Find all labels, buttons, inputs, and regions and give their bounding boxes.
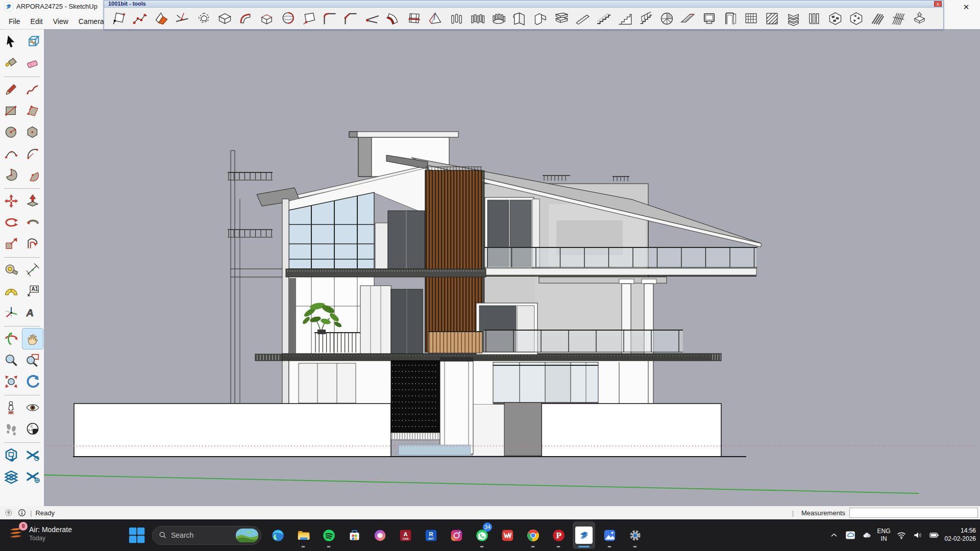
settings-taskbar-icon[interactable] bbox=[624, 521, 646, 549]
menu-file[interactable]: File bbox=[4, 15, 25, 28]
1001bit-flip-face-icon[interactable] bbox=[153, 9, 171, 29]
1001bit-hatch-panel-icon[interactable] bbox=[763, 9, 781, 29]
menu-edit[interactable]: Edit bbox=[26, 15, 47, 28]
1001bit-window-frame-icon[interactable] bbox=[700, 9, 718, 29]
1001bit-chamfer-corner-icon[interactable] bbox=[342, 9, 360, 29]
battery-icon[interactable] bbox=[928, 530, 940, 541]
move-tool-icon[interactable] bbox=[1, 191, 21, 211]
rotated-rectangle-tool-icon[interactable] bbox=[22, 101, 43, 121]
viewport-3d[interactable] bbox=[44, 29, 980, 506]
cleanup-plugin-tool-icon[interactable] bbox=[22, 466, 43, 487]
orbit-tool-icon[interactable] bbox=[1, 329, 21, 349]
edge-taskbar-icon[interactable] bbox=[266, 521, 289, 549]
1001bit-push-face-icon[interactable] bbox=[215, 9, 234, 29]
autocad-taskbar-icon[interactable]: ACAD bbox=[394, 521, 416, 549]
start-button[interactable] bbox=[127, 525, 147, 545]
1001bit-baluster-array-icon[interactable] bbox=[468, 9, 486, 29]
select-tool-icon[interactable] bbox=[1, 32, 21, 52]
make-component-tool-icon[interactable] bbox=[22, 32, 43, 52]
text-tool-icon[interactable]: A1 bbox=[22, 281, 43, 302]
1001bit-stair-railing-icon[interactable] bbox=[636, 9, 655, 29]
1001bit-rotate-face-icon[interactable] bbox=[300, 9, 318, 29]
info-icon[interactable] bbox=[17, 508, 27, 517]
volume-icon[interactable] bbox=[912, 530, 923, 541]
1001bit-fillet-corner-icon[interactable] bbox=[321, 9, 339, 29]
weld-plugin-tool-icon[interactable] bbox=[22, 445, 43, 465]
1001bit-measure-angle-icon[interactable] bbox=[363, 9, 381, 29]
tape-measure-tool-icon[interactable] bbox=[1, 260, 21, 280]
1001bit-door-frame-icon[interactable] bbox=[721, 9, 739, 29]
1001bit-flat-stair-icon[interactable] bbox=[595, 9, 613, 29]
clock[interactable]: 14:56 02-02-2026 bbox=[945, 527, 976, 543]
window-close-button[interactable]: ✕ bbox=[958, 1, 975, 13]
1001bit-extend-edges-icon[interactable] bbox=[174, 9, 192, 29]
1001bit-post-array-icon[interactable] bbox=[447, 9, 465, 29]
component-plugin-tool-icon[interactable] bbox=[1, 445, 21, 465]
1001bit-pyramid-roof-icon[interactable] bbox=[426, 9, 445, 29]
zoom-extents-tool-icon[interactable] bbox=[1, 371, 21, 392]
wps-office-taskbar-icon[interactable] bbox=[496, 521, 519, 549]
1001bit-battens-icon[interactable] bbox=[889, 9, 908, 29]
layers-plugin-tool-icon[interactable] bbox=[1, 466, 21, 487]
1001bit-panel-pattern-b-icon[interactable] bbox=[847, 9, 866, 29]
chrome-taskbar-icon[interactable] bbox=[522, 521, 544, 549]
pie-tool-icon[interactable] bbox=[1, 165, 21, 185]
1001bit-circular-posts-icon[interactable] bbox=[489, 9, 508, 29]
dimension-tool-icon[interactable] bbox=[22, 260, 43, 280]
instagram-taskbar-icon[interactable] bbox=[445, 521, 468, 549]
1001bit-rafters-icon[interactable] bbox=[868, 9, 887, 29]
pie-2-tool-icon[interactable] bbox=[22, 165, 43, 185]
rectangle-tool-icon[interactable] bbox=[1, 101, 21, 121]
onedrive-icon[interactable] bbox=[845, 530, 856, 541]
1001bit-offset-polygon-icon[interactable] bbox=[194, 9, 213, 29]
protractor-tool-icon[interactable] bbox=[1, 281, 21, 302]
file-explorer-taskbar-icon[interactable] bbox=[292, 521, 314, 549]
search-box[interactable]: Search bbox=[152, 526, 261, 545]
1001bit-dome-icon[interactable] bbox=[279, 9, 297, 29]
follow-me-tool-icon[interactable] bbox=[22, 212, 43, 233]
zoom-tool-icon[interactable] bbox=[1, 350, 21, 370]
axes-tool-icon[interactable] bbox=[1, 303, 21, 323]
geolocation-icon[interactable] bbox=[4, 508, 13, 517]
1001bit-staircase-icon[interactable] bbox=[616, 9, 634, 29]
language-indicator[interactable]: ENG IN bbox=[877, 528, 891, 543]
1001bit-floor-slabs-icon[interactable] bbox=[552, 9, 571, 29]
1001bit-curved-wall-icon[interactable] bbox=[384, 9, 402, 29]
polygon-tool-icon[interactable] bbox=[22, 122, 43, 142]
floating-toolbar-1001bit[interactable]: 1001bit - tools x bbox=[104, 0, 944, 30]
whatsapp-taskbar-icon[interactable]: 34 bbox=[471, 521, 493, 549]
arc-3pt-tool-icon[interactable] bbox=[22, 143, 43, 164]
3d-text-tool-icon[interactable]: A bbox=[22, 303, 43, 323]
freehand-tool-icon[interactable] bbox=[22, 79, 43, 99]
zoom-previous-tool-icon[interactable] bbox=[22, 371, 43, 392]
paint-bucket-tool-icon[interactable] bbox=[1, 53, 21, 73]
scale-tool-icon[interactable] bbox=[1, 234, 21, 254]
wifi-icon[interactable] bbox=[896, 530, 907, 541]
push-pull-tool-icon[interactable] bbox=[22, 191, 43, 211]
eraser-tool-icon[interactable] bbox=[22, 53, 43, 73]
offset-tool-icon[interactable] bbox=[22, 234, 43, 254]
1001bit-wall-corner-icon[interactable] bbox=[531, 9, 550, 29]
1001bit-extrude-solid-icon[interactable] bbox=[911, 9, 929, 29]
microsoft-store-taskbar-icon[interactable] bbox=[343, 521, 365, 549]
search-daily-image[interactable] bbox=[236, 529, 258, 542]
circle-tool-icon[interactable] bbox=[1, 122, 21, 142]
1001bit-escalator-icon[interactable] bbox=[679, 9, 697, 29]
cloud-sync-icon[interactable] bbox=[861, 530, 872, 541]
section-plane-tool-icon[interactable]: CA-S bbox=[22, 419, 43, 439]
floating-toolbar-titlebar[interactable]: 1001bit - tools x bbox=[104, 1, 943, 8]
rotate-tool-icon[interactable] bbox=[1, 212, 21, 233]
measurements-input[interactable] bbox=[849, 508, 978, 518]
1001bit-curved-band-icon[interactable] bbox=[237, 9, 255, 29]
weather-widget[interactable]: 9 Air: Moderate Today bbox=[7, 524, 72, 543]
pinterest-taskbar-icon[interactable]: P bbox=[547, 521, 570, 549]
zoom-window-tool-icon[interactable] bbox=[22, 350, 43, 370]
photos-taskbar-icon[interactable] bbox=[598, 521, 621, 549]
tray-chevron-up-icon[interactable] bbox=[828, 530, 840, 541]
pan-tool-icon[interactable] bbox=[22, 329, 43, 349]
1001bit-draw-polyline-icon[interactable] bbox=[131, 9, 150, 29]
position-camera-tool-icon[interactable] bbox=[1, 397, 21, 418]
1001bit-fold-panel-icon[interactable] bbox=[510, 9, 529, 29]
1001bit-frame-opening-icon[interactable] bbox=[405, 9, 424, 29]
1001bit-panel-pattern-a-icon[interactable] bbox=[826, 9, 845, 29]
